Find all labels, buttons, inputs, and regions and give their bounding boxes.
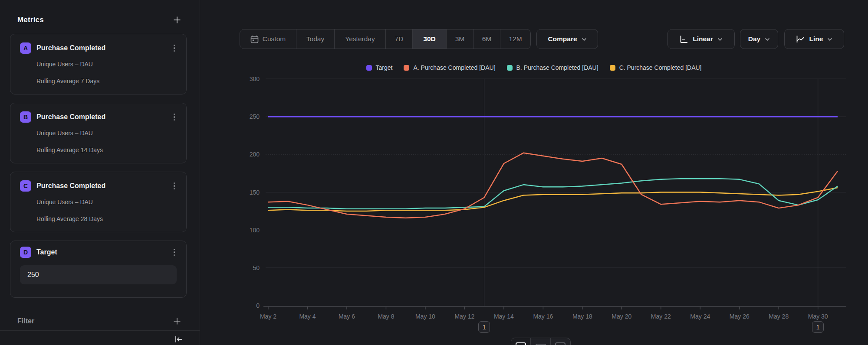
y-axis-label: 200 <box>250 151 260 158</box>
range-label: Today <box>306 35 324 43</box>
target-value-input[interactable] <box>20 265 177 284</box>
y-axis-label: 150 <box>250 189 260 196</box>
granularity-label: Day <box>748 35 760 43</box>
metric-menu-button[interactable] <box>172 112 177 123</box>
layout-option-2[interactable] <box>531 338 550 345</box>
range-yesterday[interactable]: Yesterday <box>335 29 386 49</box>
x-axis-label: May 14 <box>494 313 514 320</box>
metrics-title: Metrics <box>17 16 44 24</box>
plus-icon <box>173 317 181 325</box>
add-metric-button[interactable] <box>172 15 182 25</box>
filter-title: Filter <box>17 317 34 325</box>
x-axis-label: May 18 <box>572 313 592 320</box>
range-today[interactable]: Today <box>296 29 335 49</box>
x-axis-label: May 20 <box>612 313 631 320</box>
metric-measure: Unique Users – DAU <box>36 129 177 137</box>
metrics-sidebar: Metrics A Purchase Completed Unique User… <box>0 0 200 345</box>
plus-icon <box>173 16 181 24</box>
target-card-header: D Target <box>20 246 177 258</box>
target-card[interactable]: D Target <box>10 241 187 298</box>
scale-label: Linear <box>693 35 713 43</box>
metric-card-a[interactable]: A Purchase Completed Unique Users – DAU … <box>10 34 187 94</box>
metric-rolling-average: Rolling Average 7 Days <box>36 77 177 85</box>
metric-card-header: C Purchase Completed <box>20 180 177 192</box>
x-axis-label: May 22 <box>651 313 671 320</box>
metric-card-c[interactable]: C Purchase Completed Unique Users – DAU … <box>10 172 187 232</box>
x-axis-label: May 30 <box>808 313 828 320</box>
x-axis-label: May 16 <box>533 313 553 320</box>
compare-label: Compare <box>548 35 577 43</box>
grid-panel-icon <box>555 342 566 345</box>
series-A. Purchase Completed [DAU][interactable] <box>268 153 838 218</box>
metric-title: Purchase Completed <box>36 182 172 190</box>
range-label: Custom <box>263 35 286 43</box>
range-3m[interactable]: 3M <box>447 29 473 49</box>
single-panel-icon <box>516 342 526 345</box>
metric-title: Purchase Completed <box>36 113 172 121</box>
range-label: 6M <box>482 35 492 43</box>
x-axis-label: May 12 <box>454 313 474 320</box>
line-chart[interactable]: 050100150200250300May 2May 4May 6May 8Ma… <box>204 56 864 325</box>
range-label: Yesterday <box>345 35 375 43</box>
x-axis-label: May 10 <box>415 313 435 320</box>
range-custom[interactable]: Custom <box>240 29 296 49</box>
metric-measure: Unique Users – DAU <box>36 198 177 206</box>
layout-option-3[interactable] <box>551 338 570 345</box>
metric-rolling-average: Rolling Average 14 Days <box>36 146 177 154</box>
metrics-header: Metrics <box>17 14 182 26</box>
collapse-left-icon <box>174 335 184 343</box>
metric-card-b[interactable]: B Purchase Completed Unique Users – DAU … <box>10 103 187 163</box>
sidebar-bottom: Filter <box>0 312 200 345</box>
metric-menu-button[interactable] <box>172 181 177 192</box>
compare-button[interactable]: Compare <box>536 29 598 49</box>
sidebar-collapse-row <box>0 331 200 345</box>
metric-badge: A <box>20 42 31 54</box>
chart-type-select[interactable]: Line <box>784 29 844 49</box>
range-label: 3M <box>455 35 465 43</box>
linear-axis-icon <box>680 35 688 43</box>
annotation-badge[interactable]: 1 <box>812 321 824 333</box>
series-C. Purchase Completed [DAU][interactable] <box>268 188 838 211</box>
x-axis-label: May 6 <box>339 313 355 320</box>
metric-measure: Unique Users – DAU <box>36 60 177 68</box>
x-axis-label: May 28 <box>769 313 789 320</box>
range-6m[interactable]: 6M <box>473 29 500 49</box>
metric-rolling-average: Rolling Average 28 Days <box>36 215 177 223</box>
range-7d[interactable]: 7D <box>386 29 413 49</box>
x-axis-label: May 2 <box>260 313 276 320</box>
y-axis-label: 0 <box>256 302 260 309</box>
metric-title: Purchase Completed <box>36 44 172 52</box>
chart-panel: Custom Today Yesterday 7D 30D 3M 6M 12M … <box>200 0 868 345</box>
range-12m[interactable]: 12M <box>500 29 530 49</box>
metric-badge: C <box>20 180 31 192</box>
y-axis-label: 300 <box>250 75 260 82</box>
metric-badge: B <box>20 111 31 123</box>
chart-layout-toggle <box>511 338 571 345</box>
collapse-sidebar-button[interactable] <box>174 334 184 345</box>
range-30d[interactable]: 30D <box>413 29 447 49</box>
annotation-badge[interactable]: 1 <box>478 321 490 333</box>
y-axis-label: 50 <box>253 264 260 271</box>
range-label: 30D <box>423 35 435 43</box>
metric-menu-button[interactable] <box>172 43 177 54</box>
scale-select[interactable]: Linear <box>667 29 735 49</box>
metric-card-header: A Purchase Completed <box>20 42 177 54</box>
metric-card-header: B Purchase Completed <box>20 111 177 123</box>
chevron-down-icon <box>582 38 587 41</box>
filter-section-header: Filter <box>0 312 200 331</box>
chevron-down-icon <box>765 38 770 41</box>
target-menu-button[interactable] <box>172 247 177 258</box>
layout-option-1[interactable] <box>511 338 531 345</box>
y-axis-label: 250 <box>250 113 260 120</box>
x-axis-label: May 4 <box>299 313 316 320</box>
add-filter-button[interactable] <box>172 316 182 326</box>
date-range-control: Custom Today Yesterday 7D 30D 3M 6M 12M <box>240 29 531 49</box>
target-title: Target <box>36 248 172 256</box>
y-axis-label: 100 <box>250 227 260 234</box>
granularity-select[interactable]: Day <box>740 29 778 49</box>
line-chart-icon <box>796 35 805 43</box>
chart-type-label: Line <box>809 35 823 43</box>
range-label: 12M <box>509 35 522 43</box>
x-axis-label: May 24 <box>690 313 710 320</box>
x-axis-label: May 8 <box>378 313 394 320</box>
